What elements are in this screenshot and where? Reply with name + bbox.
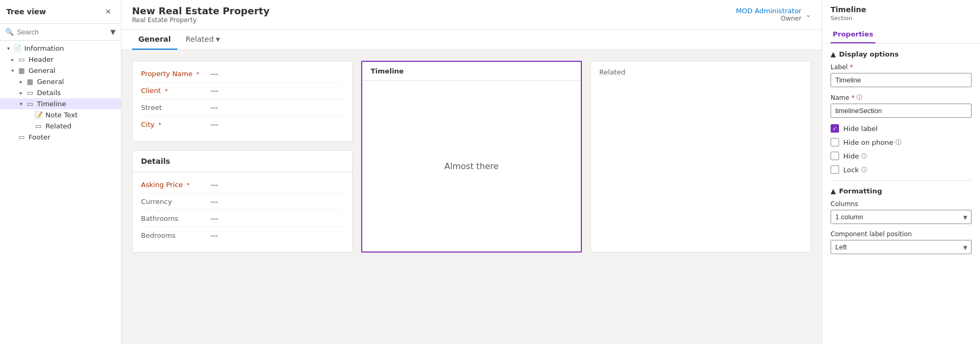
form-row: Bathrooms --- bbox=[141, 210, 344, 227]
field-value: --- bbox=[211, 87, 218, 95]
tree-item-icon: 📄 bbox=[13, 44, 22, 52]
tree-item-icon: ▭ bbox=[17, 133, 26, 141]
topbar-chevron-icon[interactable]: ⌄ bbox=[806, 11, 811, 18]
lock-info-icon[interactable]: ⓘ bbox=[861, 166, 867, 174]
label-field: Label * bbox=[831, 63, 972, 87]
name-input[interactable] bbox=[831, 104, 972, 118]
label-input[interactable] bbox=[831, 73, 972, 87]
hide-label-label: Hide label bbox=[843, 125, 878, 133]
rp-tab-properties[interactable]: Properties bbox=[831, 26, 875, 43]
tree-chevron-icon: ▾ bbox=[8, 68, 17, 73]
tree-item-label: Note Text bbox=[45, 111, 117, 119]
tab-related[interactable]: Related▼ bbox=[180, 30, 227, 50]
tree-item-information[interactable]: ▾📄Information bbox=[0, 43, 121, 54]
tree-item-general-inner[interactable]: ▸▦General bbox=[0, 76, 121, 87]
tree-item-footer[interactable]: ▭Footer bbox=[0, 132, 121, 143]
formatting-collapse-icon: ▲ bbox=[831, 187, 836, 195]
divider bbox=[831, 180, 972, 181]
label-position-select[interactable]: LeftRightTop bbox=[831, 240, 972, 254]
tree-item-icon: 📝 bbox=[34, 111, 43, 119]
close-sidebar-button[interactable]: ✕ bbox=[102, 5, 115, 18]
tree-item-note-text[interactable]: 📝Note Text bbox=[0, 109, 121, 120]
form-area: Property Name * --- Client * --- Street … bbox=[121, 50, 822, 344]
hide-on-phone-info-icon[interactable]: ⓘ bbox=[896, 138, 901, 146]
field-value: --- bbox=[211, 120, 218, 128]
label-position-label: Component label position bbox=[831, 230, 972, 238]
tree-item-icon: ▭ bbox=[34, 122, 43, 130]
name-info-icon[interactable]: ⓘ bbox=[856, 94, 862, 101]
details-form-section: Details Asking Price * --- Currency --- … bbox=[132, 150, 353, 253]
tab-general[interactable]: General bbox=[132, 30, 177, 50]
columns-select-wrapper: 1 column2 columns3 columns ▼ bbox=[831, 210, 972, 224]
lock-checkbox[interactable] bbox=[831, 165, 839, 174]
timeline-header: Timeline bbox=[362, 62, 581, 81]
field-label: City * bbox=[141, 120, 204, 128]
field-value: --- bbox=[211, 181, 218, 189]
field-value: --- bbox=[211, 231, 218, 239]
sidebar-header: Tree view ✕ bbox=[0, 0, 121, 24]
columns-field: Columns 1 column2 columns3 columns ▼ bbox=[831, 200, 972, 224]
label-required-indicator: * bbox=[850, 63, 853, 71]
tree-item-icon: ▦ bbox=[17, 67, 26, 75]
field-label: Bathrooms bbox=[141, 215, 204, 222]
tab-label: General bbox=[138, 35, 171, 43]
left-column: Property Name * --- Client * --- Street … bbox=[132, 61, 353, 253]
hide-checkbox[interactable] bbox=[831, 152, 839, 160]
tree-item-details[interactable]: ▸▭Details bbox=[0, 87, 121, 98]
sidebar-search-bar: 🔍 ▼ bbox=[0, 24, 121, 41]
columns-label: Columns bbox=[831, 200, 972, 208]
tree-item-icon: ▦ bbox=[25, 78, 35, 86]
form-row: Asking Price * --- bbox=[141, 176, 344, 193]
main-form-section: Property Name * --- Client * --- Street … bbox=[132, 61, 353, 142]
tree-item-header[interactable]: ▸▭Header bbox=[0, 54, 121, 65]
tree-item-related[interactable]: ▭Related bbox=[0, 120, 121, 132]
collapse-icon: ▲ bbox=[831, 50, 836, 58]
page-subtitle: Real Estate Property bbox=[132, 16, 269, 24]
columns-select[interactable]: 1 column2 columns3 columns bbox=[831, 210, 972, 224]
checkbox-row-hide-label: Hide label bbox=[831, 124, 972, 133]
timeline-placeholder: Almost there bbox=[445, 161, 499, 171]
display-options-title: Display options bbox=[839, 50, 899, 58]
rp-content: ▲ Display options Label * Name * ⓘ Hide … bbox=[822, 44, 980, 267]
form-row: Currency --- bbox=[141, 193, 344, 210]
user-name[interactable]: MOD Administrator bbox=[736, 7, 802, 15]
field-value: --- bbox=[211, 104, 218, 111]
user-info: MOD Administrator Owner bbox=[736, 7, 802, 22]
field-value: --- bbox=[211, 215, 218, 222]
display-options-header[interactable]: ▲ Display options bbox=[831, 50, 972, 58]
hide-label-checkbox[interactable] bbox=[831, 124, 839, 133]
rp-tabs: Properties bbox=[822, 26, 980, 44]
tree-chevron-icon: ▸ bbox=[8, 57, 17, 62]
form-row: Bedrooms --- bbox=[141, 227, 344, 244]
tree-item-icon: ▭ bbox=[25, 89, 35, 97]
details-title: Details bbox=[133, 151, 352, 172]
field-label: Property Name * bbox=[141, 70, 204, 78]
label-field-label: Label * bbox=[831, 63, 972, 71]
filter-icon[interactable]: ▼ bbox=[110, 28, 116, 36]
name-field-label: Name * ⓘ bbox=[831, 94, 972, 101]
tree-view-content: ▾📄Information▸▭Header▾▦General▸▦General▸… bbox=[0, 41, 121, 344]
timeline-section: Timeline Almost there bbox=[361, 61, 582, 253]
hide-on-phone-checkbox[interactable] bbox=[831, 138, 839, 146]
required-indicator: * bbox=[163, 88, 168, 95]
name-field: Name * ⓘ bbox=[831, 94, 972, 118]
checkboxes-area: Hide label Hide on phoneⓘ Hideⓘ Lockⓘ bbox=[831, 124, 972, 174]
tree-item-general[interactable]: ▾▦General bbox=[0, 65, 121, 76]
rp-title: Timeline bbox=[822, 0, 980, 15]
tree-item-label: Footer bbox=[29, 133, 117, 141]
topbar-right: MOD Administrator Owner ⌄ bbox=[736, 7, 811, 22]
required-indicator: * bbox=[195, 71, 200, 78]
search-input[interactable] bbox=[17, 28, 107, 36]
hide-info-icon[interactable]: ⓘ bbox=[861, 152, 867, 160]
tree-item-label: Information bbox=[24, 44, 117, 52]
field-label: Client * bbox=[141, 87, 204, 95]
related-section: Related bbox=[590, 61, 811, 253]
formatting-header[interactable]: ▲ Formatting bbox=[831, 187, 972, 195]
required-indicator: * bbox=[156, 122, 161, 128]
tab-chevron-icon: ▼ bbox=[216, 36, 220, 42]
topbar: New Real Estate Property Real Estate Pro… bbox=[121, 0, 822, 30]
form-row: City * --- bbox=[141, 116, 344, 133]
main-tabs: GeneralRelated▼ bbox=[121, 30, 822, 50]
tree-item-timeline[interactable]: ▾▭Timeline bbox=[0, 98, 121, 109]
main-content: New Real Estate Property Real Estate Pro… bbox=[121, 0, 822, 344]
